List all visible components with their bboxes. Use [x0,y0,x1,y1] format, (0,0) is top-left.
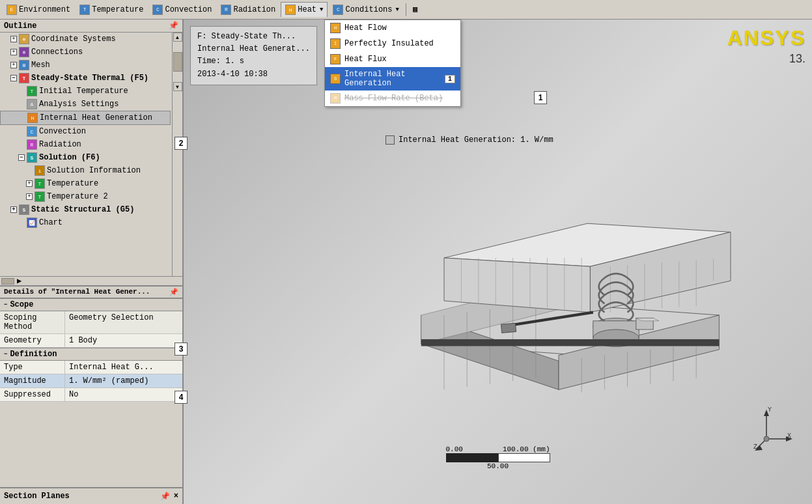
section-planes-bar: Section Planes 📌 × [0,487,182,504]
table-icon: ▦ [413,5,417,14]
magnitude-value[interactable]: 1. W/mm² (ramped) [65,374,182,387]
tree-convection[interactable]: C Convection [0,125,171,138]
tree-radiation[interactable]: R Radiation [0,138,171,151]
scoping-method-label: Scoping Method [0,311,65,333]
tree-mesh[interactable]: + ⊞ Mesh [0,59,171,72]
type-row: Type Internal Heat G... [0,361,182,374]
dropdown-heat-flux[interactable]: F Heat Flux [325,51,460,67]
expand-static[interactable]: + [10,206,17,213]
outline-horizontal-scroll[interactable]: ▶ [0,276,182,285]
menu-temperature[interactable]: T Temperature [76,3,147,17]
scope-scoping-method-row: Scoping Method Geometry Selection [0,311,182,334]
heat-flow-icon: H [330,23,341,33]
struct-icon: S [19,204,29,215]
svg-text:Z: Z [753,443,757,451]
type-value: Internal Heat G... [65,361,182,374]
suppressed-row: Suppressed No [0,388,182,402]
heat-dropdown-arrow: ▼ [320,7,323,13]
svg-rect-40 [421,339,720,346]
tree-static-structural[interactable]: + S Static Structural (G5) [0,203,171,216]
section-planes-pin[interactable]: 📌 [160,492,170,501]
scroll-down-arrow[interactable]: ▼ [173,82,182,91]
tree-initial-temperature[interactable]: T Initial Temperature [0,85,171,98]
expand-thermal[interactable]: − [10,75,17,81]
dropdown-mass-flow-rate: M Mass Flow Rate (Beta) [325,91,460,106]
expand-mesh[interactable]: + [10,62,17,68]
outline-scrollbar[interactable]: ▲ ▼ [172,33,182,276]
details-content: − Scope Scoping Method Geometry Selectio… [0,298,182,487]
environment-icon: E [7,5,17,15]
expand-temp1[interactable]: + [26,180,33,187]
outline-pin-icon[interactable]: 📌 [169,21,178,31]
definition-collapse-icon[interactable]: − [4,351,7,357]
init-temp-icon: T [27,86,37,96]
menu-environment[interactable]: E Environment [3,3,74,17]
scoping-method-value: Geometry Selection [65,311,182,333]
viewport-time: Time: 1. s [197,55,310,68]
expand-solution[interactable]: − [18,154,25,161]
expand-conn[interactable]: + [10,49,17,55]
left-panel: Outline 📌 + ⊕ Coordinate Systems + ⊕ Con… [0,20,184,504]
h-scroll-thumb[interactable] [1,278,14,285]
dropdown-heat-flow[interactable]: H Heat Flow [325,20,460,36]
tree-temperature-1[interactable]: + T Temperature [0,177,171,190]
tree-connections[interactable]: + ⊕ Connections [0,46,171,59]
menu-divider [406,3,406,16]
conditions-menu-icon: C [333,5,343,15]
menu-radiation[interactable]: R Radiation [217,3,279,17]
section-planes-controls: 📌 × [160,492,178,501]
scope-section-header: − Scope [0,298,182,311]
scroll-thumb[interactable] [173,52,182,72]
tree-steady-state-thermal[interactable]: − T Steady-State Thermal (F5) [0,72,171,85]
tree-analysis-settings[interactable]: A Analysis Settings [0,98,171,111]
upper-block [444,223,731,312]
scroll-up-arrow[interactable]: ▲ [173,33,182,42]
tree-solution[interactable]: − S Solution (F6) [0,151,171,164]
tree-internal-heat-generation[interactable]: H Internal Heat Generation [0,111,171,125]
scope-collapse-icon[interactable]: − [4,301,7,308]
outline-section: Outline 📌 + ⊕ Coordinate Systems + ⊕ Con… [0,20,182,287]
h-scroll-right-arrow[interactable]: ▶ [17,276,21,286]
svg-point-50 [764,436,769,441]
section-planes-close[interactable]: × [174,492,178,501]
menu-convection[interactable]: C Convection [148,3,216,17]
analysis-icon: A [27,99,37,109]
viewport-date: 2013-4-10 10:38 [197,68,310,81]
badge-1: 1 [445,75,455,83]
insulated-icon: I [330,38,341,49]
type-label: Type [0,361,65,374]
convection-menu-icon: C [152,5,163,15]
viewport: F: Steady-State Th... Internal Heat Gene… [184,20,812,504]
expand-coord[interactable]: + [10,36,17,42]
menu-table[interactable]: ▦ [409,3,421,16]
mesh-icon: ⊞ [19,60,29,70]
ihg-icon: G [330,74,341,84]
menu-conditions[interactable]: C Conditions ▼ [329,3,402,17]
scale-bar: 0.00 100.00 (mm) 50.00 [446,445,550,471]
menu-heat[interactable]: H Heat ▼ [281,2,328,17]
tree-temperature-2[interactable]: + T Temperature 2 [0,190,171,203]
ansys-logo: ANSYS [727,26,805,50]
magnitude-row[interactable]: Magnitude 1. W/mm² (ramped) [0,374,182,388]
heat-dropdown-menu: H Heat Flow I Perfectly Insulated F Heat… [324,20,461,107]
tree-coordinate-systems[interactable]: + ⊕ Coordinate Systems [0,33,171,46]
temp1-icon: T [35,178,45,189]
details-pin-icon[interactable]: 📌 [169,288,178,296]
details-header: Details of "Internal Heat Gener... 📌 [0,287,182,298]
convection-tree-icon: C [27,126,37,137]
sol-info-icon: i [35,165,45,176]
viewport-title: F: Steady-State Th... [197,31,310,43]
dropdown-perfectly-insulated[interactable]: I Perfectly Insulated [325,36,460,51]
tree-chart[interactable]: 📈 Chart [0,216,171,229]
details-section: Details of "Internal Heat Gener... 📌 − S… [0,287,182,487]
temp2-icon: T [35,191,45,202]
coord-icon: ⊕ [19,34,29,44]
expand-temp2[interactable]: + [26,193,33,200]
conn-icon: ⊕ [19,47,29,57]
magnitude-label: Magnitude [0,374,65,387]
thermal-icon: T [19,73,29,83]
tree-solution-information[interactable]: i Solution Information [0,164,171,177]
geometry-value: 1 Body [65,334,182,347]
heat-menu-icon: H [285,5,296,15]
dropdown-internal-heat-generation[interactable]: G Internal Heat Generation 1 [325,67,460,91]
